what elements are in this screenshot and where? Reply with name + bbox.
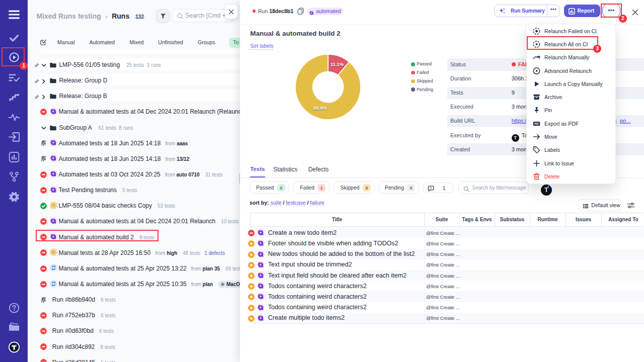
svg-text:PDF: PDF <box>534 123 539 125</box>
